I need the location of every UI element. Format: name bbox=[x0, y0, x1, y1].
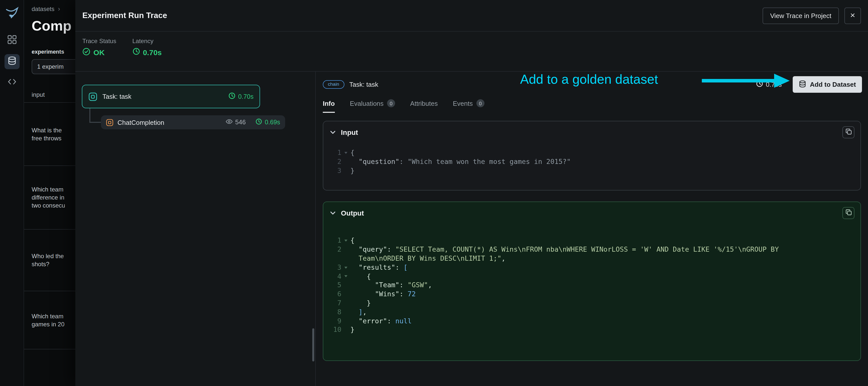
span-name: ChatCompletion bbox=[118, 118, 164, 126]
add-to-dataset-button[interactable]: Add to Dataset bbox=[793, 76, 862, 93]
code-line: 1{ bbox=[323, 236, 854, 245]
span-detail-title: Task: task bbox=[349, 81, 378, 88]
breadcrumb-label[interactable]: datasets bbox=[32, 5, 55, 12]
nav-item-dashboards[interactable] bbox=[4, 33, 19, 48]
database-icon bbox=[7, 56, 16, 67]
fold-chevron-icon[interactable] bbox=[341, 272, 350, 281]
code-line: 8 ], bbox=[323, 308, 854, 317]
tab-events[interactable]: Events 0 bbox=[453, 99, 485, 113]
trace-status-bar: Trace Status OK Latency bbox=[75, 32, 868, 72]
close-button[interactable]: × bbox=[844, 7, 861, 24]
tree-span-task[interactable]: Task: task 0.70s bbox=[82, 85, 260, 108]
code-line: 10} bbox=[323, 326, 854, 335]
input-section-header: Input bbox=[323, 121, 861, 143]
code-line: 9 "error": null bbox=[323, 317, 854, 326]
span-kind-icon bbox=[106, 118, 114, 126]
span-token-count: 546 bbox=[225, 118, 246, 127]
span-name: Task: task bbox=[102, 93, 131, 100]
clock-icon bbox=[132, 48, 140, 57]
evaluations-count-badge: 0 bbox=[387, 99, 395, 107]
output-section-header: Output bbox=[323, 202, 861, 224]
close-icon: × bbox=[850, 10, 855, 21]
chevron-down-icon[interactable] bbox=[329, 129, 336, 136]
breadcrumb[interactable]: datasets › bbox=[32, 5, 60, 12]
scrollbar-thumb[interactable] bbox=[312, 328, 314, 361]
code-line: 4 { bbox=[323, 272, 854, 281]
code-line: 3 "results": [ bbox=[323, 263, 854, 272]
eye-icon bbox=[225, 118, 233, 127]
input-column-header: input bbox=[32, 91, 45, 98]
span-latency: 0.69s bbox=[256, 118, 280, 126]
modal-title: Experiment Run Trace bbox=[82, 11, 167, 20]
trace-status: Trace Status OK bbox=[82, 38, 116, 71]
code-icon bbox=[7, 77, 16, 88]
input-section: Input 1{2 "question": "Which t bbox=[323, 121, 861, 191]
nav-item-playground[interactable] bbox=[4, 75, 19, 90]
tab-info[interactable]: Info bbox=[323, 99, 335, 113]
span-kind-badge: chain bbox=[323, 80, 344, 89]
fold-chevron-icon[interactable] bbox=[341, 236, 350, 245]
clock-icon bbox=[229, 92, 236, 101]
grid-icon bbox=[7, 35, 16, 46]
events-count-badge: 0 bbox=[476, 99, 484, 107]
tree-connector bbox=[89, 108, 90, 122]
table-cell-input: Which team difference in two consecu bbox=[24, 166, 65, 229]
code-line: 2 "query": "SELECT Team, COUNT(*) AS Win… bbox=[323, 245, 854, 254]
experiment-selector-value: 1 experim bbox=[37, 63, 63, 70]
code-line: Team\nORDER BY Wins DESC\nLIMIT 1;", bbox=[323, 254, 854, 263]
copy-button[interactable] bbox=[842, 207, 855, 219]
trace-latency: Latency 0.70s bbox=[132, 38, 162, 71]
table-cell-input: Who led the shots? bbox=[24, 230, 64, 291]
tab-attributes[interactable]: Attributes bbox=[410, 99, 438, 113]
chevron-down-icon[interactable] bbox=[329, 210, 336, 217]
phoenix-logo-icon bbox=[5, 6, 18, 20]
annotation-arrow-icon bbox=[701, 73, 790, 88]
nav-item-datasets[interactable] bbox=[4, 54, 19, 69]
output-code-block[interactable]: 1{2 "query": "SELECT Team, COUNT(*) AS W… bbox=[323, 224, 861, 361]
chevron-right-icon: › bbox=[58, 5, 60, 12]
tab-evaluations[interactable]: Evaluations 0 bbox=[350, 99, 395, 113]
code-line: 7 } bbox=[323, 299, 854, 308]
database-add-icon bbox=[799, 80, 806, 89]
copy-icon bbox=[845, 128, 852, 136]
fold-chevron-icon[interactable] bbox=[341, 148, 350, 157]
trace-status-value: OK bbox=[93, 48, 105, 57]
fold-chevron-icon[interactable] bbox=[341, 263, 350, 272]
output-section: Output 1{2 "query": "SELECT Te bbox=[323, 202, 861, 361]
span-tree-panel: Task: task 0.70s bbox=[75, 72, 316, 386]
phoenix-logo[interactable] bbox=[5, 6, 19, 20]
code-line: 3} bbox=[323, 166, 854, 175]
modal-header: Experiment Run Trace View Trace in Proje… bbox=[75, 0, 868, 32]
table-cell-input: Which team games in 20 bbox=[24, 291, 64, 349]
check-circle-icon bbox=[82, 48, 90, 57]
latency-label: Latency bbox=[132, 38, 162, 45]
modal-body: Task: task 0.70s bbox=[75, 72, 868, 386]
span-kind-icon bbox=[88, 92, 97, 101]
span-detail-panel: chain Task: task 0.70s bbox=[316, 72, 868, 386]
experiments-label: experiments bbox=[32, 48, 64, 55]
latency-value: 0.70s bbox=[143, 48, 162, 57]
code-line: 5 "Team": "GSW", bbox=[323, 281, 854, 290]
sidebar-nav bbox=[4, 33, 19, 90]
view-trace-in-project-button[interactable]: View Trace in Project bbox=[763, 7, 839, 24]
experiment-run-trace-modal: Experiment Run Trace View Trace in Proje… bbox=[75, 0, 868, 386]
input-code-block[interactable]: 1{2 "question": "Which team won the most… bbox=[323, 143, 861, 190]
copy-icon bbox=[845, 209, 852, 217]
detail-tabs: Info Evaluations 0 Attributes Events 0 bbox=[323, 99, 861, 113]
page-title: Comp bbox=[32, 18, 71, 34]
tree-connector bbox=[89, 122, 101, 123]
tree-span-chatcompletion[interactable]: ChatCompletion 546 bbox=[101, 115, 285, 129]
trace-status-label: Trace Status bbox=[82, 38, 116, 45]
output-section-title: Output bbox=[341, 209, 364, 217]
table-cell-input: What is the free throws bbox=[24, 103, 62, 166]
app-root: datasets › Comp experiments 1 experim in… bbox=[0, 0, 868, 386]
annotation-text: Add to a golden dataset bbox=[520, 72, 658, 87]
span-latency: 0.70s bbox=[229, 92, 253, 101]
clock-icon bbox=[256, 118, 262, 126]
detail-sections: Input 1{2 "question": "Which t bbox=[323, 121, 861, 361]
code-line: 2 "question": "Which team won the most g… bbox=[323, 157, 854, 167]
sidebar bbox=[0, 0, 24, 386]
input-section-title: Input bbox=[341, 128, 358, 136]
copy-button[interactable] bbox=[842, 126, 855, 138]
code-line: 6 "Wins": 72 bbox=[323, 290, 854, 299]
